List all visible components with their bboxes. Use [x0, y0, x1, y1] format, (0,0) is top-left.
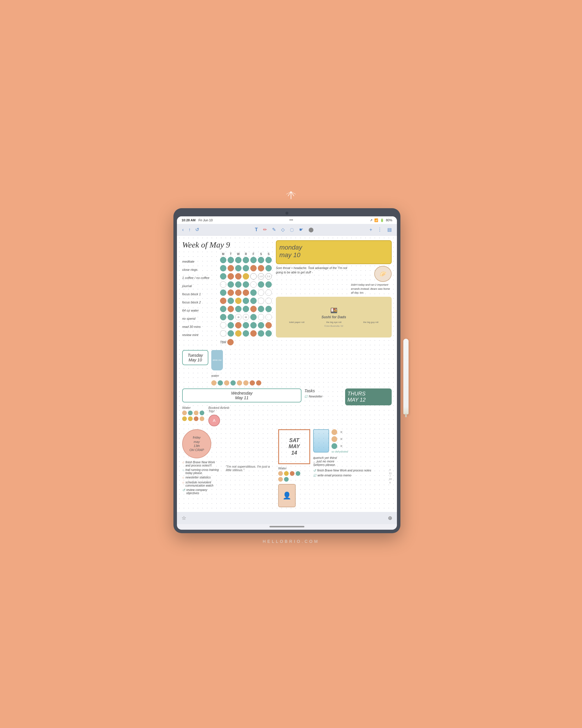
status-time: 10:28 AM — [182, 218, 196, 222]
day-header-r: R — [243, 253, 249, 256]
airbnb-icon: A — [209, 415, 220, 426]
thurs-task2: ☑ write email process memo — [313, 474, 392, 477]
mic-button[interactable]: ⬤ — [307, 226, 315, 233]
habit-row-focus1 — [220, 289, 272, 296]
battery-icon: 🔋 — [380, 218, 384, 222]
tasks-title: Tasks — [304, 388, 342, 393]
habit-row-meditate — [220, 257, 272, 263]
sidebar-button[interactable]: ▤ — [386, 226, 393, 233]
add-button[interactable]: + — [368, 227, 373, 233]
tasks-block: Tasks ☑ Newsletter — [304, 388, 342, 426]
friday-task4: ○ schedule nonviolent communication watc… — [182, 481, 220, 487]
tablet-screen: 10:28 AM Fri Jun 10 ••• ↗ 📶 🔋 80% ‹ ↑ ↺ — [177, 216, 397, 530]
saturday-block: SAT MAY 14 Water 👤 — [278, 429, 310, 507]
friday-title: friday may 13th OH CRAP — [189, 435, 204, 452]
habit-label-close-rings: close rings — [182, 266, 217, 273]
sushi-illustration: 🍱 Sushi for Dads toilet paper roll the b… — [276, 297, 392, 338]
habit-row-read — [220, 322, 272, 329]
tbm-label: TBM — [220, 341, 226, 344]
x-icon3: ✕ — [338, 443, 344, 449]
friday-task5: ↺ review company objectives — [182, 488, 220, 495]
habit-label-journal: journal — [182, 283, 217, 289]
habit-row-close-rings — [220, 265, 272, 271]
lasso-tool[interactable]: ◌ — [289, 226, 295, 233]
eraser-tool[interactable]: ◇ — [280, 226, 286, 233]
habit-tracker-block: Week of May 9 meditate close rings 1 cof… — [182, 240, 272, 386]
drink-label: drink me — [213, 359, 222, 362]
wednesday-title: Wednesday May 11 — [186, 391, 297, 400]
sushi-label3: the big guy roll — [363, 321, 378, 323]
friday-bubble: friday may 13th OH CRAP — [182, 429, 211, 458]
habit-labels: meditate close rings 1 coffee / no coffe… — [182, 253, 217, 345]
day-header-s2: S — [266, 253, 272, 256]
bullet5-icon: ↺ — [182, 488, 185, 492]
monday-title: monday may 10 — [279, 244, 388, 259]
friday-task2: ○ trail running cross training today ple… — [182, 468, 220, 475]
pen-tool[interactable]: ✏ — [262, 226, 268, 233]
monday-note2: Didn't today and ran 2 important errands… — [351, 283, 392, 295]
back-button[interactable]: ‹ — [181, 227, 185, 233]
scroll-numbers: 11 / 18 — [389, 472, 392, 480]
sushi-label1: toilet paper roll — [289, 321, 304, 323]
pencil-tool[interactable]: ✎ — [271, 226, 277, 233]
habit-row-nospend: ✿✿ — [220, 314, 272, 320]
zoom-button[interactable]: ⊕ — [388, 515, 392, 521]
battery-percent: 80% — [386, 218, 392, 222]
wednesday-card: Wednesday May 11 — [182, 388, 302, 402]
tuesday-water-dots — [211, 380, 261, 386]
habit-grid: M T W R F S S — [220, 253, 272, 345]
task-checkmark: ☑ — [304, 395, 308, 399]
friday-task3: ○ newsletter statistics — [182, 476, 220, 479]
location-icon: ↗ — [370, 218, 372, 222]
quote-block: "I'm not superstitious. I'm just a littl… — [223, 429, 275, 507]
habit-row-mint — [220, 330, 272, 337]
week-header: Week of May 9 — [182, 240, 272, 250]
quench-text: quench yer thirst ... just no more Seltz… — [313, 456, 392, 467]
saturday-card: SAT MAY 14 — [278, 429, 310, 464]
day-header-m: M — [220, 253, 226, 256]
x-icon1: ✕ — [338, 429, 344, 435]
thursday-title: THURS MAY 12 — [348, 391, 389, 403]
status-bar: 10:28 AM Fri Jun 10 ••• ↗ 📶 🔋 80% — [177, 216, 397, 224]
wednesday-water-label: Water — [182, 406, 205, 410]
thursday-title-card: THURS MAY 12 — [345, 388, 392, 405]
monday-block: monday may 10 Sore throat + headache. To… — [276, 240, 392, 386]
camera — [285, 212, 288, 215]
sushi-credit: ©Jon Buonvita '22 — [325, 325, 343, 327]
bullet2-icon: ○ — [182, 468, 184, 472]
habit-row-coffee: 2.52.5 — [220, 273, 272, 280]
dehydrated-label: so dehydrated — [331, 450, 348, 453]
habit-label-meditate: meditate — [182, 258, 217, 265]
toolbar: ‹ ↑ ↺ T ✏ ✎ ◇ ◌ ☛ ⬤ + ⋮ ▤ — [177, 224, 397, 236]
friday-task1: ○ finish Brave New Work and process note… — [182, 461, 220, 467]
status-icons: ↗ 📶 🔋 80% — [370, 218, 392, 222]
drink-bottle: drink me — [211, 350, 223, 370]
star-button[interactable]: ☆ — [182, 515, 186, 521]
apple-pencil — [403, 339, 409, 414]
journal-page: Week of May 9 meditate close rings 1 cof… — [177, 236, 397, 512]
scroll-up-icon[interactable]: ∧ — [389, 468, 391, 471]
thurs-task1: ↺ finish Brave New Work and process note… — [313, 469, 392, 473]
booked-airbnb-label: Booked Airbnb Trip! — [209, 406, 229, 413]
status-date: Fri Jun 10 — [198, 218, 213, 222]
tablet-device: 10:28 AM Fri Jun 10 ••• ↗ 📶 🔋 80% ‹ ↑ ↺ — [173, 208, 400, 533]
hand-tool[interactable]: ☛ — [298, 226, 304, 233]
day-header-s1: S — [258, 253, 264, 256]
thursday-header-block: THURS MAY 12 — [345, 388, 392, 426]
more-button[interactable]: ⋮ — [376, 226, 383, 233]
spark-decoration — [282, 190, 300, 206]
wednesday-block: Wednesday May 11 Water — [182, 388, 302, 426]
text-tool[interactable]: T — [254, 227, 259, 233]
habit-label-nospend: no spend — [182, 315, 217, 322]
friday-block: friday may 13th OH CRAP ○ finish Brave N… — [182, 429, 220, 507]
scroll-down-icon[interactable]: ∨ — [389, 481, 391, 484]
water-glass — [313, 429, 329, 452]
monday-note1: Sore throat + headache. Took advantage o… — [276, 266, 349, 295]
undo-button[interactable]: ↺ — [194, 226, 200, 233]
habit-label-focus2: focus block 2 — [182, 299, 217, 306]
saturday-title: SAT MAY 14 — [289, 437, 300, 456]
portrait-icon: 👤 — [278, 484, 296, 507]
share-button[interactable]: ↑ — [187, 227, 192, 233]
habit-label-water: 64 oz water — [182, 307, 217, 314]
thurs-bullet1: ↺ — [313, 469, 316, 473]
